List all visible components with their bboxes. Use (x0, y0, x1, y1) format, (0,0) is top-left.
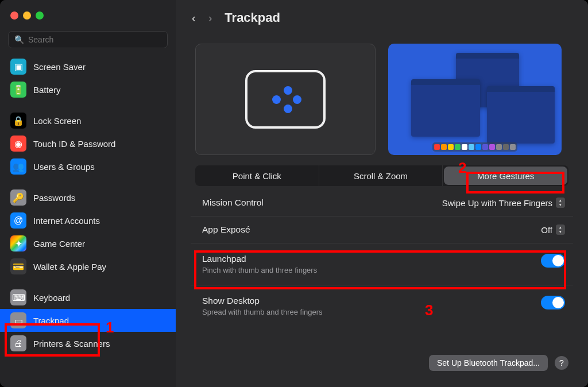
key-icon: 🔑 (10, 189, 26, 206)
annotation-number-2: 2 (458, 159, 466, 177)
page-title: Trackpad (225, 10, 280, 25)
search-input[interactable] (28, 35, 161, 44)
main-content: ‹ › Trackpad Point & Click S (176, 0, 588, 387)
help-button[interactable]: ? (555, 356, 568, 370)
fingerprint-icon: ◉ (10, 136, 26, 152)
sidebar-list: ▣ Screen Saver 🔋 Battery 🔒 Lock Screen ◉… (0, 52, 176, 358)
sidebar-item-lock-screen[interactable]: 🔒 Lock Screen (0, 109, 176, 132)
launchpad-toggle[interactable] (541, 254, 565, 268)
updown-icon: ▴▾ (556, 198, 565, 208)
show-desktop-toggle[interactable] (541, 296, 565, 309)
battery-icon: 🔋 (10, 82, 26, 98)
at-icon: @ (10, 212, 26, 229)
bottom-bar: Set Up Bluetooth Trackpad... ? (176, 347, 588, 387)
system-settings-window: 🔍 ▣ Screen Saver 🔋 Battery 🔒 Lock Screen… (0, 0, 588, 387)
dock-preview (432, 142, 517, 152)
sidebar-item-internet-accounts[interactable]: @ Internet Accounts (0, 209, 176, 232)
sidebar-item-battery[interactable]: 🔋 Battery (0, 78, 176, 101)
sidebar-item-game-center[interactable]: ✦ Game Center (0, 232, 176, 255)
settings-list: Mission Control Swipe Up with Three Fing… (191, 189, 573, 327)
sidebar-item-touchid[interactable]: ◉ Touch ID & Password (0, 132, 176, 155)
users-icon: 👥 (10, 158, 26, 175)
sidebar-item-label: Keyboard (33, 293, 70, 303)
annotation-number-1: 1 (106, 319, 114, 336)
sidebar-item-keyboard[interactable]: ⌨ Keyboard (0, 286, 176, 309)
desktop-preview (388, 44, 562, 155)
sidebar-item-users-groups[interactable]: 👥 Users & Groups (0, 155, 176, 178)
maximize-window-button[interactable] (36, 11, 44, 20)
preview-row (176, 29, 588, 165)
sidebar-item-wallet[interactable]: 💳 Wallet & Apple Pay (0, 255, 176, 278)
app-expose-select[interactable]: Off ▴▾ (541, 225, 565, 235)
tab-point-click[interactable]: Point & Click (195, 165, 319, 186)
close-window-button[interactable] (10, 11, 18, 20)
show-desktop-label: Show Desktop (202, 296, 323, 306)
printer-icon: 🖨 (10, 335, 26, 351)
search-field[interactable]: 🔍 (8, 31, 168, 48)
sidebar-item-label: Users & Groups (33, 162, 95, 172)
sidebar-item-label: Wallet & Apple Pay (33, 262, 106, 272)
sidebar-item-label: Lock Screen (33, 116, 81, 126)
sidebar-item-label: Game Center (33, 239, 85, 249)
keyboard-icon: ⌨ (10, 289, 26, 305)
sidebar-item-trackpad[interactable]: ▭ Trackpad (0, 309, 176, 332)
sidebar-item-label: Touch ID & Password (33, 139, 115, 149)
window-controls (0, 6, 176, 26)
sidebar: 🔍 ▣ Screen Saver 🔋 Battery 🔒 Lock Screen… (0, 0, 176, 387)
tab-bar: Point & Click Scroll & Zoom More Gesture… (195, 165, 568, 186)
tab-scroll-zoom[interactable]: Scroll & Zoom (319, 165, 443, 186)
sidebar-item-label: Internet Accounts (33, 216, 100, 226)
sidebar-item-label: Battery (33, 85, 61, 95)
sidebar-item-label: Passwords (33, 193, 75, 203)
search-icon: 🔍 (14, 35, 24, 44)
forward-button[interactable]: › (208, 11, 212, 25)
row-show-desktop: Show Desktop Spread with thumb and three… (191, 285, 573, 327)
wallet-icon: 💳 (10, 258, 26, 274)
lock-icon: 🔒 (10, 113, 26, 129)
mission-control-label: Mission Control (202, 198, 264, 208)
sidebar-item-label: Trackpad (33, 316, 69, 326)
trackpad-icon: ▭ (10, 312, 26, 328)
back-button[interactable]: ‹ (192, 11, 196, 25)
row-app-expose: App Exposé Off ▴▾ (191, 216, 573, 243)
updown-icon: ▴▾ (556, 225, 565, 235)
titlebar: ‹ › Trackpad (176, 0, 588, 29)
minimize-window-button[interactable] (23, 11, 31, 20)
setup-bluetooth-button[interactable]: Set Up Bluetooth Trackpad... (429, 355, 548, 371)
trackpad-animation-preview (195, 44, 376, 155)
sidebar-item-passwords[interactable]: 🔑 Passwords (0, 186, 176, 209)
app-expose-label: App Exposé (202, 225, 250, 235)
mission-control-select[interactable]: Swipe Up with Three Fingers ▴▾ (442, 198, 565, 208)
trackpad-graphic (245, 70, 326, 129)
sidebar-item-label: Screen Saver (33, 62, 86, 72)
screen-saver-icon: ▣ (10, 59, 26, 75)
annotation-number-3: 3 (425, 301, 433, 319)
sidebar-item-screen-saver[interactable]: ▣ Screen Saver (0, 55, 176, 78)
launchpad-sublabel: Pinch with thumb and three fingers (202, 266, 317, 274)
sidebar-item-label: Printers & Scanners (33, 339, 110, 349)
launchpad-label: Launchpad (202, 254, 317, 264)
row-mission-control: Mission Control Swipe Up with Three Fing… (191, 189, 573, 216)
show-desktop-sublabel: Spread with thumb and three fingers (202, 308, 323, 316)
sidebar-item-printers[interactable]: 🖨 Printers & Scanners (0, 332, 176, 355)
game-center-icon: ✦ (10, 235, 26, 251)
row-launchpad: Launchpad Pinch with thumb and three fin… (191, 243, 573, 285)
